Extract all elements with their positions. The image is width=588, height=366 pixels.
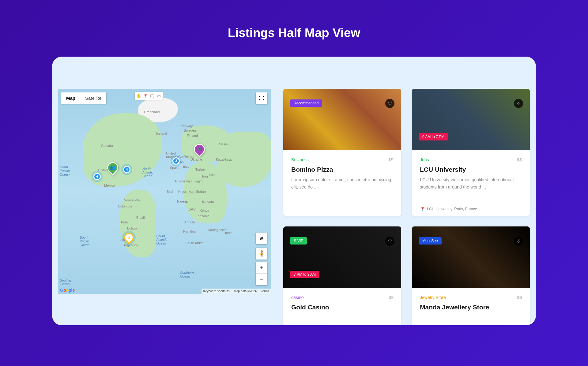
listing-body: Business $$ Bomino Pizza Lorem ipsum dol…	[283, 150, 401, 216]
zoom-in-button[interactable]: +	[256, 262, 267, 274]
crosshair-icon: ⊕	[260, 236, 264, 241]
country-label: Nigeria	[177, 200, 188, 203]
listing-image: 9 AM to 7 PM ♡	[412, 89, 530, 150]
listing-image: S-VIP 7 PM to 3 AM ♡	[283, 226, 401, 288]
map-drawing-toolbar: ✋ 📍 ◯ ▭	[135, 92, 163, 100]
country-label: Kenya	[200, 209, 209, 212]
listing-title[interactable]: Manda Jewellery Store	[420, 304, 522, 311]
listing-title[interactable]: Bomino Pizza	[291, 166, 393, 173]
country-label: DRC	[188, 207, 196, 211]
map-footer: Keyboard shortcuts Map data ©2024 Terms	[202, 289, 271, 294]
country-label: Madagascar	[208, 228, 227, 232]
country-label: Russia	[217, 142, 228, 146]
listing-body: Jobs $$ LCU University LCU University we…	[412, 150, 530, 202]
listing-card[interactable]: 9 AM to 7 PM ♡ Jobs $$ LCU University LC…	[412, 89, 530, 216]
country-label: Libya	[184, 179, 192, 183]
map-type-map-button[interactable]: Map	[61, 92, 80, 104]
ocean-label: South Pacific Ocean	[80, 236, 89, 247]
country-label: Turkey	[195, 168, 205, 171]
listing-category[interactable]: casino	[291, 295, 303, 300]
country-label: Venezuela	[124, 198, 140, 202]
heart-icon: ♡	[388, 239, 392, 244]
ocean-label: Southern Ocean	[60, 278, 74, 286]
country-label: Kazakhstan	[216, 158, 233, 161]
zoom-control: + −	[256, 262, 267, 285]
listing-title[interactable]: LCU University	[420, 166, 522, 173]
heart-icon: ♡	[517, 101, 521, 106]
country-label: Ukraine	[190, 158, 202, 161]
listing-description: Lorem ipsum dolor sit amet, consectetur …	[291, 176, 393, 191]
map-cluster-pin[interactable]: 4	[123, 166, 130, 173]
listing-card[interactable]: Must See ♡ Jewelry Store $$ Manda Jewell…	[412, 226, 530, 325]
listings-grid: Recommended ♡ Business $$ Bomino Pizza L…	[283, 89, 530, 325]
rect-tool-icon[interactable]: ▭	[156, 93, 162, 99]
country-label: Mexico	[104, 184, 115, 187]
circle-tool-icon[interactable]: ◯	[149, 93, 155, 99]
listing-footer: 📍 LCU University, Paris, France	[412, 202, 530, 216]
country-label: Spain	[170, 166, 179, 170]
country-label: Iceland	[156, 132, 167, 135]
terms-link[interactable]: Terms	[261, 289, 269, 293]
listing-price: $$	[517, 157, 522, 162]
fullscreen-control[interactable]: ⛶	[256, 92, 267, 104]
listing-card[interactable]: S-VIP 7 PM to 3 AM ♡ casino $$ Gold Casi…	[283, 226, 401, 325]
listing-badge-top: S-VIP	[290, 237, 307, 245]
listing-badge-time: 9 AM to 7 PM	[419, 133, 448, 140]
country-label: Peru	[121, 220, 128, 224]
country-label: Namibia	[183, 230, 195, 233]
content-panel: North Pacific Ocean South Pacific Ocean …	[52, 57, 536, 325]
listing-title[interactable]: Gold Casino	[291, 304, 393, 311]
listing-price: $$	[388, 157, 393, 162]
country-label: Ethiopia	[202, 200, 214, 203]
listing-badge-top: Must See	[419, 237, 442, 245]
listing-price: $$	[517, 295, 522, 300]
country-label: Chad	[187, 190, 195, 194]
listing-location: LCU University, Paris, France	[427, 207, 477, 211]
country-label: Italy	[183, 165, 189, 169]
country-label: Iraq	[202, 174, 208, 178]
country-label: Sudan	[196, 190, 206, 193]
favorite-button[interactable]: ♡	[514, 99, 523, 108]
page-title: Listings Half Map View	[0, 0, 588, 57]
listing-category[interactable]: Jewelry Store	[420, 295, 446, 300]
google-logo: Google	[60, 288, 75, 293]
map-container[interactable]: North Pacific Ocean South Pacific Ocean …	[58, 89, 271, 294]
country-label: India	[225, 231, 232, 235]
location-pin-icon: 📍	[420, 207, 425, 211]
listing-price: $$	[388, 295, 393, 300]
map-cluster-pin[interactable]: 3	[172, 157, 180, 165]
country-label: Angola	[184, 220, 195, 224]
keyboard-shortcuts-link[interactable]: Keyboard shortcuts	[203, 289, 230, 293]
listing-card[interactable]: Recommended ♡ Business $$ Bomino Pizza L…	[283, 89, 401, 216]
my-location-control[interactable]: ⊕	[256, 233, 267, 244]
listing-category[interactable]: Jobs	[420, 157, 429, 162]
listing-body: Jewelry Store $$ Manda Jewellery Store	[412, 288, 530, 325]
listing-description: LCU University welcomes qualified intern…	[420, 176, 522, 191]
map-type-toggle: Map Satellite	[61, 92, 106, 104]
country-label: Mali	[167, 190, 173, 193]
hand-tool-icon[interactable]: ✋	[136, 93, 141, 99]
country-label: Bolivia	[127, 226, 137, 230]
map-type-satellite-button[interactable]: Satellite	[80, 92, 106, 104]
country-label: Algeria	[175, 179, 185, 183]
ocean-label: North Atlantic Ocean	[142, 167, 153, 178]
heart-icon: ♡	[388, 101, 392, 106]
favorite-button[interactable]: ♡	[514, 237, 523, 246]
map-cluster-pin[interactable]: 4	[93, 173, 101, 180]
favorite-button[interactable]: ♡	[385, 237, 394, 246]
map-data-text: Map data ©2024	[234, 289, 257, 293]
country-label: United	[98, 168, 108, 172]
favorite-button[interactable]: ♡	[385, 99, 394, 108]
country-label: Norway	[181, 124, 193, 128]
listing-badge-top: Recommended	[290, 99, 322, 107]
country-label: South Africa	[185, 241, 203, 245]
listing-badge-time: 7 PM to 3 AM	[290, 271, 319, 278]
marker-tool-icon[interactable]: 📍	[143, 93, 148, 99]
country-label: Argentina	[124, 243, 138, 247]
country-label: Finland	[187, 134, 198, 137]
zoom-out-button[interactable]: −	[256, 274, 267, 285]
listing-category[interactable]: Business	[291, 157, 309, 162]
pegman-control[interactable]: 🧍	[256, 248, 267, 260]
pegman-icon: 🧍	[258, 250, 266, 257]
country-label: Sweden	[184, 129, 196, 132]
